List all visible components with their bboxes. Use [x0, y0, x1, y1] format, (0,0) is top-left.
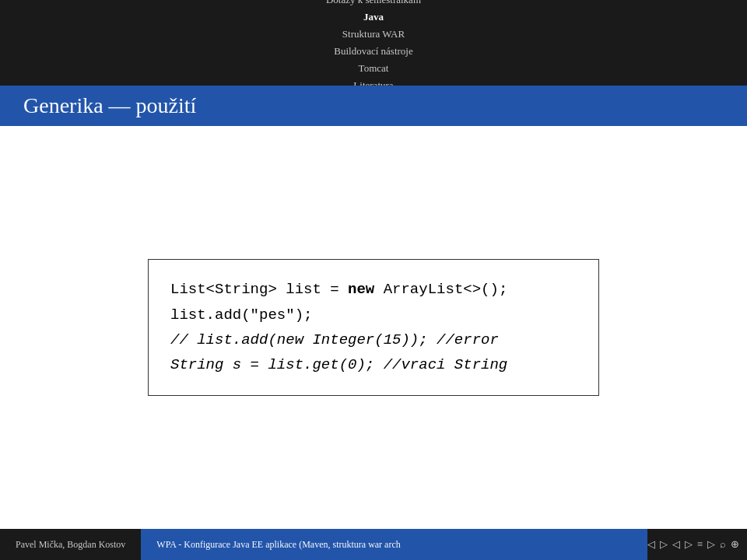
main-content: List<String> list = new ArrayList<>(); l… [0, 126, 747, 529]
nav-item-dotazy[interactable]: Dotazy k semestrálkám [326, 0, 421, 9]
nav-links: Dotazy k semestrálkám Java Struktura WAR… [326, 0, 421, 94]
nav-item-java[interactable]: Java [326, 9, 421, 26]
nav-item-buildovaci[interactable]: Buildovací nástroje [326, 43, 421, 60]
nav-prev-icon[interactable]: ◁ [647, 538, 655, 551]
nav-item-struktura[interactable]: Struktura WAR [326, 26, 421, 43]
nav-up-icon[interactable]: ▷ [707, 538, 715, 551]
nav-item-tomcat[interactable]: Tomcat [326, 60, 421, 77]
code-line-2: list.add("pes"); [170, 303, 577, 327]
bottom-bar: Pavel Mička, Bogdan Kostov WPA - Konfigu… [0, 529, 747, 560]
navigation-controls: ◁ ▷ ◁ ▷ ≡ ▷ ⌕ ⊕ [647, 538, 747, 551]
nav-search-icon[interactable]: ⌕ [720, 538, 726, 551]
code-line-4: String s = list.get(0); //vraci String [170, 352, 577, 377]
footer-left-text: Pavel Mička, Bogdan Kostov [0, 539, 125, 551]
nav-next-icon[interactable]: ▷ [660, 538, 668, 551]
header-bar: Generika — použití [0, 86, 747, 126]
nav-fwd-icon[interactable]: ▷ [685, 538, 693, 551]
nav-list-icon[interactable]: ≡ [697, 538, 703, 551]
nav-zoom-icon[interactable]: ⊕ [731, 538, 739, 551]
code-block: List<String> list = new ArrayList<>(); l… [148, 259, 599, 395]
nav-back-icon[interactable]: ◁ [672, 538, 680, 551]
page-title: Generika — použití [23, 93, 196, 118]
code-line-1: List<String> list = new ArrayList<>(); [170, 277, 577, 302]
footer-right: WPA - Konfigurace Java EE aplikace (Mave… [141, 529, 647, 560]
code-line-3: // list.add(new Integer(15)); //error [170, 327, 577, 352]
top-navigation: Dotazy k semestrálkám Java Struktura WAR… [0, 0, 747, 86]
footer-right-text: WPA - Konfigurace Java EE aplikace (Mave… [156, 539, 400, 551]
